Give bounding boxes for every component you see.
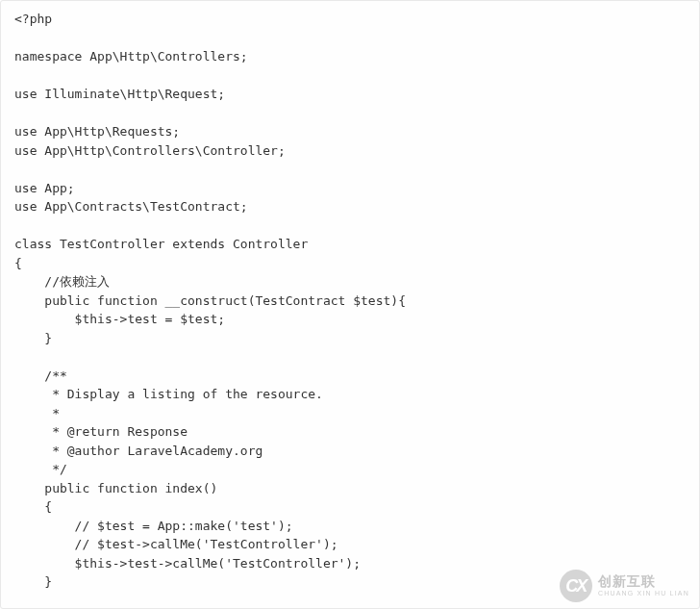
watermark-pinyin-text: CHUANG XIN HU LIAN xyxy=(598,590,689,597)
watermark: CX 创新互联 CHUANG XIN HU LIAN xyxy=(560,570,689,602)
watermark-logo-icon: CX xyxy=(560,570,592,602)
watermark-text-group: 创新互联 CHUANG XIN HU LIAN xyxy=(598,574,689,596)
code-content: <?php namespace App\Http\Controllers; us… xyxy=(14,12,406,609)
watermark-cn-text: 创新互联 xyxy=(598,574,689,589)
code-block: <?php namespace App\Http\Controllers; us… xyxy=(14,11,686,609)
